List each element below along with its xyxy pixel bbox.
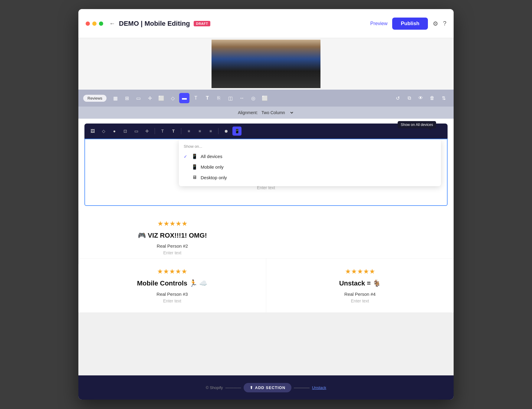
review-text-4: Unstack = 🐐: [278, 279, 442, 288]
section-label: Reviews: [83, 95, 107, 102]
titlebar: ← DEMO | Mobile Editing DRAFT Preview Pu…: [78, 9, 454, 38]
footer-divider: ————: [225, 385, 241, 390]
back-button[interactable]: ←: [109, 20, 115, 27]
crop-icon[interactable]: ⬜: [260, 93, 270, 103]
settings-button[interactable]: ⚙: [433, 20, 438, 27]
block-editor: Show on All devices 🖼 ◇ ● ⊡ ▭ ✛ T T ≡ ≡ …: [78, 119, 454, 211]
mini-circle-icon[interactable]: ●: [110, 127, 119, 136]
hide-icon[interactable]: 👁: [415, 93, 426, 103]
add-section-icon: ⬆: [250, 385, 253, 390]
expand-icon[interactable]: ↔: [237, 93, 247, 103]
toolbar-right: ↺ ⧉ 👁 🗑 ⇅: [392, 93, 449, 103]
page-title: DEMO | Mobile Editing: [119, 20, 190, 28]
stars-3: ★★★★★: [90, 268, 254, 275]
reorder-icon[interactable]: ⇅: [438, 93, 449, 103]
close-button[interactable]: [86, 21, 90, 26]
color-icon[interactable]: ▬: [179, 93, 189, 103]
columns-icon[interactable]: ⊞: [122, 93, 132, 103]
mini-timer-icon[interactable]: ⏺: [222, 127, 231, 136]
titlebar-actions: Preview Publish ⚙ ?: [370, 18, 446, 30]
review-card-2[interactable]: ★★★★★ 🎮 VIZ ROX!!!1! OMG! Real Person #2…: [78, 211, 266, 265]
alignment-bar: Alignment: Two Column Single Column: [78, 107, 454, 119]
preview-button[interactable]: Preview: [370, 21, 388, 26]
page-footer: © Shopify ———— ⬆ ADD SECTION ———— Unstac…: [78, 375, 454, 400]
footer-middle: ————: [294, 385, 310, 390]
mini-text-bold-icon[interactable]: T: [169, 127, 178, 136]
add-section-button[interactable]: ⬆ ADD SECTION: [244, 383, 292, 392]
mini-shape-icon[interactable]: ◇: [99, 127, 108, 136]
reviews-grid: ★★★★★ 🎮 VIZ ROX!!!1! OMG! Real Person #2…: [78, 211, 454, 312]
dropdown-all-devices[interactable]: ✓ 📱 All devices: [179, 151, 441, 162]
duplicate-icon[interactable]: ⧉: [404, 93, 414, 103]
reviewer-name-3: Real Person #3: [90, 292, 254, 297]
delete-icon[interactable]: 🗑: [427, 93, 437, 103]
reviewer-name-2: Real Person #2: [91, 243, 254, 249]
footer-copyright: © Shopify: [206, 385, 223, 390]
mobile-only-icon: 📱: [192, 164, 198, 170]
mini-mobile-icon[interactable]: 📱: [232, 127, 241, 136]
maximize-button[interactable]: [99, 21, 103, 26]
panel-icon[interactable]: ◫: [225, 93, 235, 103]
mini-image-icon[interactable]: 🖼: [88, 127, 97, 136]
mini-grid-icon[interactable]: ⊡: [121, 127, 130, 136]
grid-icon[interactable]: ▦: [110, 93, 120, 103]
show-on-dropdown: Show on... ✓ 📱 All devices 📱 Mobile only…: [179, 139, 441, 186]
circle-icon[interactable]: ◎: [248, 93, 258, 103]
copy-icon[interactable]: ⎘: [214, 93, 224, 103]
traffic-lights: [86, 21, 103, 26]
mini-align-right-icon[interactable]: ≡: [206, 127, 215, 136]
text-t1-icon[interactable]: T: [191, 93, 201, 103]
main-window: ← DEMO | Mobile Editing DRAFT Preview Pu…: [78, 9, 454, 400]
alignment-select[interactable]: Two Column Single Column: [260, 110, 294, 115]
dropdown-desktop-only[interactable]: 🖥 Desktop only: [179, 172, 441, 183]
hero-image: [212, 40, 320, 88]
image-icon[interactable]: ⬜: [156, 93, 166, 103]
content-area: Show on All devices 🖼 ◇ ● ⊡ ▭ ✛ T T ≡ ≡ …: [78, 119, 454, 312]
review-card-3[interactable]: ★★★★★ Mobile Controls 🏃 ☁️ Real Person #…: [78, 258, 266, 312]
help-button[interactable]: ?: [443, 20, 446, 27]
image-area: [78, 38, 454, 90]
main-toolbar: Reviews ▦ ⊞ ▭ ✛ ⬜ ◇ ▬ T T ⎘ ◫ ↔ ◎ ⬜ ↺ ⧉ …: [78, 90, 454, 107]
stars-4: ★★★★★: [278, 268, 442, 275]
alignment-label: Alignment:: [238, 110, 258, 115]
reviewer-placeholder-3: Enter text: [90, 299, 254, 303]
selected-block: Show on... ✓ 📱 All devices 📱 Mobile only…: [84, 139, 448, 206]
mini-align-left-icon[interactable]: ≡: [184, 127, 193, 136]
mini-text-serif-icon[interactable]: T: [158, 127, 167, 136]
desktop-only-icon: 🖥: [192, 175, 198, 180]
mini-align-center-icon[interactable]: ≡: [195, 127, 204, 136]
review-text-2: 🎮 VIZ ROX!!!1! OMG!: [91, 231, 254, 240]
mini-rect-icon[interactable]: ▭: [132, 127, 141, 136]
minimize-button[interactable]: [92, 21, 97, 26]
reviewer-placeholder-4: Enter text: [278, 299, 442, 303]
all-devices-icon: 📱: [192, 153, 198, 159]
stars-2: ★★★★★: [91, 220, 254, 228]
row-icon[interactable]: ▭: [133, 93, 143, 103]
dropdown-mobile-only[interactable]: 📱 Mobile only: [179, 162, 441, 172]
shape-icon[interactable]: ◇: [168, 93, 178, 103]
reviewer-placeholder-2: Enter text: [91, 250, 254, 255]
review-text-3: Mobile Controls 🏃 ☁️: [90, 279, 254, 288]
mini-add-icon[interactable]: ✛: [143, 127, 152, 136]
reviewer-name-4: Real Person #4: [278, 292, 442, 297]
text-t2-icon[interactable]: T: [202, 93, 212, 103]
draft-badge: DRAFT: [194, 21, 211, 26]
undo-icon[interactable]: ↺: [392, 93, 403, 103]
add-icon[interactable]: ✛: [145, 93, 155, 103]
mini-toolbar: 🖼 ◇ ● ⊡ ▭ ✛ T T ≡ ≡ ≡ ⏺ 📱: [84, 124, 448, 139]
publish-button[interactable]: Publish: [392, 18, 428, 30]
footer-link[interactable]: Unstack: [312, 385, 326, 390]
tooltip-show-devices: Show on All devices: [398, 121, 436, 128]
dropdown-title: Show on...: [179, 143, 441, 151]
review-card-4[interactable]: ★★★★★ Unstack = 🐐 Real Person #4 Enter t…: [266, 258, 454, 312]
